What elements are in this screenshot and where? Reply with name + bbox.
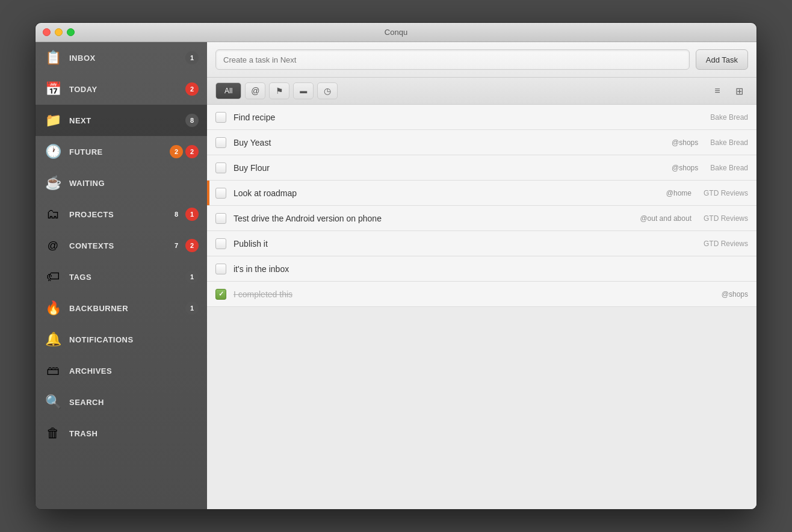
future-badge-red: 2 bbox=[185, 145, 199, 158]
inbox-icon: 📋 bbox=[44, 49, 62, 67]
sidebar-item-tags[interactable]: 🏷 TAGS 1 bbox=[36, 261, 207, 292]
minimize-button[interactable] bbox=[55, 28, 63, 36]
filter-at-button[interactable]: @ bbox=[245, 82, 265, 99]
task-checkbox-8[interactable] bbox=[215, 289, 226, 300]
task-text-6: Publish it bbox=[234, 239, 691, 249]
task-checkbox-2[interactable] bbox=[215, 137, 226, 148]
sidebar-label-projects: PROJECTS bbox=[69, 210, 170, 219]
sidebar-item-archives[interactable]: 🗃 ARCHIVES bbox=[36, 355, 207, 386]
task-context-4: @home bbox=[666, 189, 691, 197]
filter-all-button[interactable]: All bbox=[215, 82, 241, 99]
task-row: I completed this @shops bbox=[207, 282, 756, 307]
traffic-lights bbox=[43, 28, 75, 36]
maximize-button[interactable] bbox=[67, 28, 75, 36]
task-context-5: @out and about bbox=[640, 214, 691, 223]
task-checkbox-5[interactable] bbox=[215, 213, 226, 224]
tags-badge: 1 bbox=[185, 270, 199, 283]
task-project-6: GTD Reviews bbox=[691, 240, 748, 248]
sidebar-item-backburner[interactable]: 🔥 BACKBURNER 1 bbox=[36, 292, 207, 324]
sidebar-item-projects[interactable]: 🗂 PROJECTS 8 1 bbox=[36, 199, 207, 230]
task-input[interactable] bbox=[215, 49, 690, 70]
task-context-3: @shops bbox=[672, 164, 698, 172]
sidebar-item-waiting[interactable]: ☕ WAITING bbox=[36, 167, 207, 199]
sidebar-label-future: FUTURE bbox=[69, 147, 170, 156]
add-task-button[interactable]: Add Task bbox=[696, 49, 748, 70]
task-text-5: Test drive the Android version on phone bbox=[234, 214, 635, 223]
sidebar-label-backburner: BACKBURNER bbox=[69, 304, 185, 313]
task-text-8: I completed this bbox=[234, 289, 717, 299]
app-body: 📋 INBOX 1 📅 TODAY 2 📁 NEXT 8 🕐 FUTURE bbox=[36, 42, 756, 509]
sidebar-item-today[interactable]: 📅 TODAY 2 bbox=[36, 73, 207, 105]
sidebar-label-notifications: NOTIFICATIONS bbox=[69, 335, 199, 344]
task-text-2: Buy Yeast bbox=[234, 138, 667, 147]
task-row: Buy Flour @shops Bake Bread bbox=[207, 155, 756, 181]
backburner-icon: 🔥 bbox=[44, 299, 62, 317]
task-text-4: Look at roadmap bbox=[234, 188, 661, 198]
list-view-button[interactable]: ≡ bbox=[708, 83, 726, 99]
sidebar-item-search[interactable]: 🔍 SEARCH bbox=[36, 386, 207, 418]
window-title: Conqu bbox=[385, 28, 407, 37]
future-badge-orange: 2 bbox=[170, 145, 183, 158]
projects-badge-dark: 8 bbox=[170, 208, 183, 221]
future-icon: 🕐 bbox=[44, 143, 62, 161]
today-icon: 📅 bbox=[44, 80, 62, 98]
task-text-1: Find recipe bbox=[234, 113, 698, 122]
at-icon: @ bbox=[251, 86, 259, 96]
sidebar-item-notifications[interactable]: 🔔 NOTIFICATIONS bbox=[36, 324, 207, 355]
sidebar-item-contexts[interactable]: @ CONTEXTS 7 2 bbox=[36, 230, 207, 261]
task-project-1: Bake Bread bbox=[698, 113, 748, 122]
sidebar-item-trash[interactable]: 🗑 TRASH bbox=[36, 418, 207, 449]
task-context-2: @shops bbox=[672, 138, 698, 147]
close-button[interactable] bbox=[43, 28, 51, 36]
contexts-icon: @ bbox=[44, 237, 62, 255]
today-badge: 2 bbox=[185, 82, 199, 96]
task-project-3: Bake Bread bbox=[698, 164, 748, 172]
sidebar-label-waiting: WAITING bbox=[69, 179, 199, 188]
task-context-8: @shops bbox=[722, 290, 748, 298]
filter-clock-button[interactable]: ◷ bbox=[317, 82, 338, 99]
sidebar-item-inbox[interactable]: 📋 INBOX 1 bbox=[36, 42, 207, 73]
filter-flag-button[interactable]: ⚑ bbox=[269, 82, 289, 99]
inbox-badge: 1 bbox=[185, 51, 199, 64]
task-project-2: Bake Bread bbox=[698, 138, 748, 147]
task-checkbox-4[interactable] bbox=[215, 188, 226, 199]
sidebar-label-contexts: CONTEXTS bbox=[69, 241, 170, 250]
task-row: Test drive the Android version on phone … bbox=[207, 206, 756, 231]
grid-view-button[interactable]: ⊞ bbox=[730, 83, 748, 99]
task-checkbox-1[interactable] bbox=[215, 112, 226, 123]
sidebar-label-tags: TAGS bbox=[69, 273, 185, 282]
contexts-badges: 7 2 bbox=[170, 239, 199, 252]
list-icon: ≡ bbox=[714, 85, 720, 96]
trash-icon: 🗑 bbox=[44, 424, 62, 442]
main-content: Add Task All @ ⚑ ▬ ◷ ≡ bbox=[207, 42, 756, 509]
next-icon: 📁 bbox=[44, 111, 62, 129]
box-icon: ▬ bbox=[300, 87, 307, 95]
task-project-5: GTD Reviews bbox=[691, 214, 748, 223]
notifications-icon: 🔔 bbox=[44, 330, 62, 348]
archives-icon: 🗃 bbox=[44, 362, 62, 380]
tags-icon: 🏷 bbox=[44, 268, 62, 286]
task-row: Publish it GTD Reviews bbox=[207, 231, 756, 256]
task-text-3: Buy Flour bbox=[234, 163, 667, 173]
projects-icon: 🗂 bbox=[44, 205, 62, 223]
task-row: Find recipe Bake Bread bbox=[207, 105, 756, 130]
sidebar-item-future[interactable]: 🕐 FUTURE 2 2 bbox=[36, 136, 207, 167]
sidebar-label-today: TODAY bbox=[69, 85, 185, 94]
task-checkbox-3[interactable] bbox=[215, 162, 226, 173]
sidebar-label-archives: ARCHIVES bbox=[69, 367, 199, 376]
backburner-badge: 1 bbox=[185, 302, 199, 315]
task-row: it's in the inbox bbox=[207, 256, 756, 282]
projects-badges: 8 1 bbox=[170, 208, 199, 221]
sidebar-label-next: NEXT bbox=[69, 116, 185, 125]
sidebar-item-next[interactable]: 📁 NEXT 8 bbox=[36, 105, 207, 136]
filter-box-button[interactable]: ▬ bbox=[293, 82, 314, 99]
toolbar: Add Task bbox=[207, 42, 756, 78]
task-list: Find recipe Bake Bread Buy Yeast @shops … bbox=[207, 105, 756, 509]
sidebar-label-inbox: INBOX bbox=[69, 54, 185, 63]
waiting-icon: ☕ bbox=[44, 174, 62, 192]
contexts-badge-dark: 7 bbox=[170, 239, 183, 252]
task-row-flagged: Look at roadmap @home GTD Reviews bbox=[207, 181, 756, 206]
task-checkbox-7[interactable] bbox=[215, 264, 226, 274]
sidebar-label-search: SEARCH bbox=[69, 398, 199, 407]
task-checkbox-6[interactable] bbox=[215, 238, 226, 249]
